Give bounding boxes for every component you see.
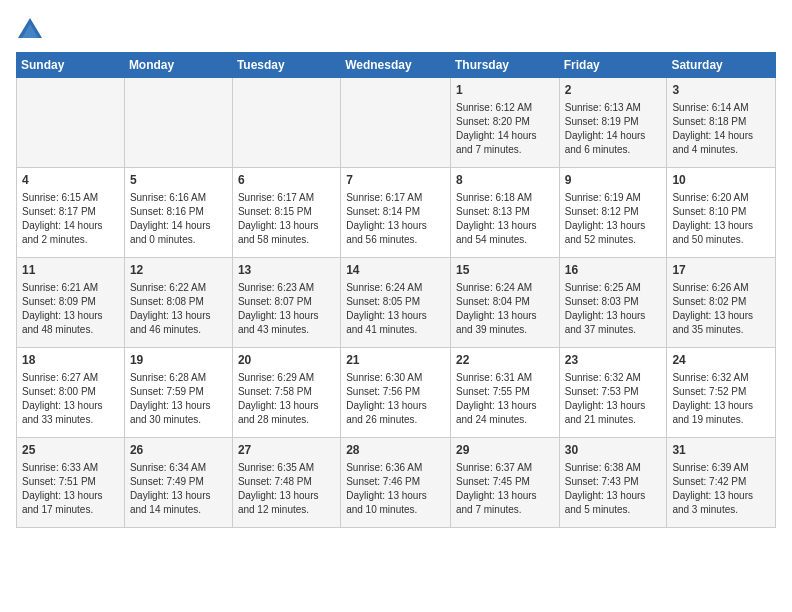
day-number: 14: [346, 262, 445, 279]
calendar-cell: 16Sunrise: 6:25 AM Sunset: 8:03 PM Dayli…: [559, 258, 667, 348]
logo-icon: [16, 16, 44, 44]
cell-sun-info: Sunrise: 6:21 AM Sunset: 8:09 PM Dayligh…: [22, 281, 119, 337]
calendar-cell: 18Sunrise: 6:27 AM Sunset: 8:00 PM Dayli…: [17, 348, 125, 438]
col-header-saturday: Saturday: [667, 53, 776, 78]
calendar-cell: 9Sunrise: 6:19 AM Sunset: 8:12 PM Daylig…: [559, 168, 667, 258]
calendar-cell: 25Sunrise: 6:33 AM Sunset: 7:51 PM Dayli…: [17, 438, 125, 528]
day-number: 29: [456, 442, 554, 459]
cell-sun-info: Sunrise: 6:26 AM Sunset: 8:02 PM Dayligh…: [672, 281, 770, 337]
day-number: 8: [456, 172, 554, 189]
day-number: 9: [565, 172, 662, 189]
cell-sun-info: Sunrise: 6:28 AM Sunset: 7:59 PM Dayligh…: [130, 371, 227, 427]
calendar-week-row: 18Sunrise: 6:27 AM Sunset: 8:00 PM Dayli…: [17, 348, 776, 438]
col-header-friday: Friday: [559, 53, 667, 78]
day-number: 11: [22, 262, 119, 279]
calendar-cell: 15Sunrise: 6:24 AM Sunset: 8:04 PM Dayli…: [450, 258, 559, 348]
cell-sun-info: Sunrise: 6:17 AM Sunset: 8:14 PM Dayligh…: [346, 191, 445, 247]
calendar-cell: 31Sunrise: 6:39 AM Sunset: 7:42 PM Dayli…: [667, 438, 776, 528]
calendar-cell: [17, 78, 125, 168]
cell-sun-info: Sunrise: 6:23 AM Sunset: 8:07 PM Dayligh…: [238, 281, 335, 337]
cell-sun-info: Sunrise: 6:19 AM Sunset: 8:12 PM Dayligh…: [565, 191, 662, 247]
cell-sun-info: Sunrise: 6:24 AM Sunset: 8:05 PM Dayligh…: [346, 281, 445, 337]
cell-sun-info: Sunrise: 6:27 AM Sunset: 8:00 PM Dayligh…: [22, 371, 119, 427]
day-number: 13: [238, 262, 335, 279]
cell-sun-info: Sunrise: 6:32 AM Sunset: 7:53 PM Dayligh…: [565, 371, 662, 427]
cell-sun-info: Sunrise: 6:12 AM Sunset: 8:20 PM Dayligh…: [456, 101, 554, 157]
calendar-cell: 30Sunrise: 6:38 AM Sunset: 7:43 PM Dayli…: [559, 438, 667, 528]
cell-sun-info: Sunrise: 6:17 AM Sunset: 8:15 PM Dayligh…: [238, 191, 335, 247]
col-header-wednesday: Wednesday: [341, 53, 451, 78]
col-header-sunday: Sunday: [17, 53, 125, 78]
calendar-cell: 17Sunrise: 6:26 AM Sunset: 8:02 PM Dayli…: [667, 258, 776, 348]
day-number: 31: [672, 442, 770, 459]
day-number: 2: [565, 82, 662, 99]
cell-sun-info: Sunrise: 6:18 AM Sunset: 8:13 PM Dayligh…: [456, 191, 554, 247]
calendar-cell: 21Sunrise: 6:30 AM Sunset: 7:56 PM Dayli…: [341, 348, 451, 438]
calendar-cell: 20Sunrise: 6:29 AM Sunset: 7:58 PM Dayli…: [232, 348, 340, 438]
day-number: 25: [22, 442, 119, 459]
cell-sun-info: Sunrise: 6:35 AM Sunset: 7:48 PM Dayligh…: [238, 461, 335, 517]
calendar-cell: 5Sunrise: 6:16 AM Sunset: 8:16 PM Daylig…: [124, 168, 232, 258]
cell-sun-info: Sunrise: 6:25 AM Sunset: 8:03 PM Dayligh…: [565, 281, 662, 337]
col-header-thursday: Thursday: [450, 53, 559, 78]
col-header-tuesday: Tuesday: [232, 53, 340, 78]
day-number: 15: [456, 262, 554, 279]
calendar-cell: 29Sunrise: 6:37 AM Sunset: 7:45 PM Dayli…: [450, 438, 559, 528]
logo: [16, 16, 48, 44]
calendar-week-row: 4Sunrise: 6:15 AM Sunset: 8:17 PM Daylig…: [17, 168, 776, 258]
cell-sun-info: Sunrise: 6:39 AM Sunset: 7:42 PM Dayligh…: [672, 461, 770, 517]
calendar-cell: 23Sunrise: 6:32 AM Sunset: 7:53 PM Dayli…: [559, 348, 667, 438]
calendar-cell: 7Sunrise: 6:17 AM Sunset: 8:14 PM Daylig…: [341, 168, 451, 258]
day-number: 10: [672, 172, 770, 189]
calendar-cell: 19Sunrise: 6:28 AM Sunset: 7:59 PM Dayli…: [124, 348, 232, 438]
cell-sun-info: Sunrise: 6:32 AM Sunset: 7:52 PM Dayligh…: [672, 371, 770, 427]
calendar-week-row: 11Sunrise: 6:21 AM Sunset: 8:09 PM Dayli…: [17, 258, 776, 348]
day-number: 17: [672, 262, 770, 279]
calendar-cell: 6Sunrise: 6:17 AM Sunset: 8:15 PM Daylig…: [232, 168, 340, 258]
day-number: 16: [565, 262, 662, 279]
cell-sun-info: Sunrise: 6:37 AM Sunset: 7:45 PM Dayligh…: [456, 461, 554, 517]
cell-sun-info: Sunrise: 6:38 AM Sunset: 7:43 PM Dayligh…: [565, 461, 662, 517]
day-number: 1: [456, 82, 554, 99]
calendar-cell: 11Sunrise: 6:21 AM Sunset: 8:09 PM Dayli…: [17, 258, 125, 348]
cell-sun-info: Sunrise: 6:33 AM Sunset: 7:51 PM Dayligh…: [22, 461, 119, 517]
day-number: 5: [130, 172, 227, 189]
cell-sun-info: Sunrise: 6:29 AM Sunset: 7:58 PM Dayligh…: [238, 371, 335, 427]
day-number: 19: [130, 352, 227, 369]
calendar-week-row: 1Sunrise: 6:12 AM Sunset: 8:20 PM Daylig…: [17, 78, 776, 168]
calendar-cell: 2Sunrise: 6:13 AM Sunset: 8:19 PM Daylig…: [559, 78, 667, 168]
calendar-cell: [124, 78, 232, 168]
cell-sun-info: Sunrise: 6:13 AM Sunset: 8:19 PM Dayligh…: [565, 101, 662, 157]
calendar-cell: 27Sunrise: 6:35 AM Sunset: 7:48 PM Dayli…: [232, 438, 340, 528]
calendar-cell: 8Sunrise: 6:18 AM Sunset: 8:13 PM Daylig…: [450, 168, 559, 258]
calendar-cell: 3Sunrise: 6:14 AM Sunset: 8:18 PM Daylig…: [667, 78, 776, 168]
calendar-cell: 22Sunrise: 6:31 AM Sunset: 7:55 PM Dayli…: [450, 348, 559, 438]
cell-sun-info: Sunrise: 6:15 AM Sunset: 8:17 PM Dayligh…: [22, 191, 119, 247]
cell-sun-info: Sunrise: 6:24 AM Sunset: 8:04 PM Dayligh…: [456, 281, 554, 337]
calendar-cell: [232, 78, 340, 168]
page-header: [16, 16, 776, 44]
col-header-monday: Monday: [124, 53, 232, 78]
cell-sun-info: Sunrise: 6:16 AM Sunset: 8:16 PM Dayligh…: [130, 191, 227, 247]
day-number: 30: [565, 442, 662, 459]
day-number: 22: [456, 352, 554, 369]
cell-sun-info: Sunrise: 6:20 AM Sunset: 8:10 PM Dayligh…: [672, 191, 770, 247]
calendar-cell: 12Sunrise: 6:22 AM Sunset: 8:08 PM Dayli…: [124, 258, 232, 348]
calendar-cell: 10Sunrise: 6:20 AM Sunset: 8:10 PM Dayli…: [667, 168, 776, 258]
day-number: 26: [130, 442, 227, 459]
cell-sun-info: Sunrise: 6:34 AM Sunset: 7:49 PM Dayligh…: [130, 461, 227, 517]
day-number: 27: [238, 442, 335, 459]
day-number: 24: [672, 352, 770, 369]
day-number: 20: [238, 352, 335, 369]
calendar-cell: 13Sunrise: 6:23 AM Sunset: 8:07 PM Dayli…: [232, 258, 340, 348]
calendar-cell: 26Sunrise: 6:34 AM Sunset: 7:49 PM Dayli…: [124, 438, 232, 528]
day-number: 4: [22, 172, 119, 189]
calendar-cell: 4Sunrise: 6:15 AM Sunset: 8:17 PM Daylig…: [17, 168, 125, 258]
calendar-table: SundayMondayTuesdayWednesdayThursdayFrid…: [16, 52, 776, 528]
day-number: 21: [346, 352, 445, 369]
day-number: 6: [238, 172, 335, 189]
calendar-week-row: 25Sunrise: 6:33 AM Sunset: 7:51 PM Dayli…: [17, 438, 776, 528]
calendar-cell: 1Sunrise: 6:12 AM Sunset: 8:20 PM Daylig…: [450, 78, 559, 168]
cell-sun-info: Sunrise: 6:22 AM Sunset: 8:08 PM Dayligh…: [130, 281, 227, 337]
cell-sun-info: Sunrise: 6:30 AM Sunset: 7:56 PM Dayligh…: [346, 371, 445, 427]
